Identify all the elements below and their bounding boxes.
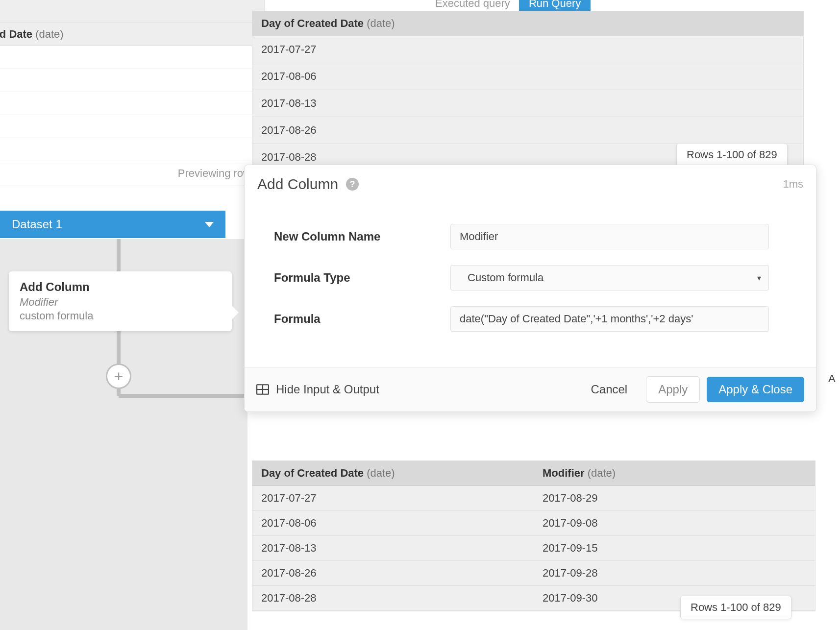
chevron-down-icon: [205, 222, 214, 227]
preview-rows-label: Previewing rows: [0, 161, 264, 186]
output-column-name: Day of Created Date: [261, 467, 364, 479]
cell: 2017-08-28: [252, 586, 534, 610]
modal-title: Add Column: [257, 176, 338, 193]
pipeline-node-detail: custom formula: [20, 310, 221, 322]
output-column-type: (date): [367, 467, 395, 479]
cell: 2017-08-26: [252, 561, 534, 585]
table-row: 2017-07-27: [0, 46, 264, 69]
left-output-table: Query Output Day of Created Date (date) …: [0, 0, 265, 186]
table-row: 2017-08-26: [0, 115, 264, 138]
formula-input[interactable]: [450, 306, 769, 332]
formula-type-label: Formula Type: [274, 271, 450, 285]
modal-header: Add Column ? 1ms: [245, 165, 816, 203]
hide-io-label: Hide Input & Output: [276, 383, 379, 396]
svg-rect-1: [257, 385, 262, 389]
modal-body: New Column Name Formula Type Custom form…: [245, 203, 816, 367]
pipeline-canvas: Add Column Modifier custom formula +: [0, 239, 247, 630]
dataset-tab[interactable]: Dataset 1: [0, 211, 225, 238]
pipeline-node-title: Add Column: [20, 280, 221, 294]
output-column-header[interactable]: Day of Created Date (date): [252, 461, 534, 485]
left-output-title: Query Output: [0, 0, 264, 23]
input-column-header[interactable]: Day of Created Date (date): [252, 11, 803, 36]
cancel-button[interactable]: Cancel: [579, 377, 639, 402]
table-row: 2017-08-06 2017-09-08: [252, 511, 815, 536]
apply-close-button[interactable]: Apply & Close: [707, 377, 804, 402]
svg-rect-2: [263, 385, 268, 389]
table-row: 2017-08-06: [0, 69, 264, 92]
pipeline-node-subtitle: Modifier: [20, 296, 221, 309]
formula-label: Formula: [274, 312, 450, 326]
cell: 2017-08-13: [252, 536, 534, 560]
table-row: 2017-08-06: [252, 63, 803, 90]
cell: 2017-09-15: [534, 536, 815, 560]
table-row: 2017-08-26: [252, 117, 803, 144]
input-column-name: Day of Created Date: [261, 17, 364, 29]
table-row: 2017-08-13: [252, 90, 803, 117]
cell: 2017-08-06: [252, 511, 534, 535]
table-row: 2017-08-28: [0, 138, 264, 161]
cell: 2017-08-29: [534, 486, 815, 510]
rows-count-badge: Rows 1-100 of 829: [680, 596, 791, 619]
modal-timing: 1ms: [783, 178, 803, 191]
peek-letter: A: [828, 372, 836, 385]
table-icon: [256, 384, 269, 395]
pipeline-node-add-column[interactable]: Add Column Modifier custom formula: [9, 271, 232, 331]
plus-icon: +: [114, 367, 124, 386]
left-column-name: Day of Created Date: [0, 28, 32, 40]
cell: 2017-07-27: [252, 486, 534, 510]
cell: 2017-09-08: [534, 511, 815, 535]
left-column-header[interactable]: Day of Created Date (date): [0, 23, 264, 46]
add-step-button[interactable]: +: [106, 363, 131, 389]
rows-count-badge: Rows 1-100 of 829: [676, 143, 788, 167]
input-column-type: (date): [367, 17, 395, 29]
formula-type-select[interactable]: Custom formula: [450, 265, 769, 291]
table-row: 2017-07-27 2017-08-29: [252, 486, 815, 511]
modal-footer: Hide Input & Output Cancel Apply Apply &…: [245, 367, 816, 412]
help-icon[interactable]: ?: [346, 178, 359, 191]
hide-io-toggle[interactable]: Hide Input & Output: [256, 383, 379, 396]
svg-rect-4: [263, 390, 268, 394]
output-column-name: Modifier: [543, 467, 585, 479]
add-column-modal: Add Column ? 1ms New Column Name Formula…: [244, 165, 816, 412]
output-column-header[interactable]: Modifier (date): [534, 461, 815, 485]
new-column-name-input[interactable]: [450, 224, 769, 249]
table-row: 2017-08-13: [0, 92, 264, 115]
output-preview-table: Day of Created Date (date) Modifier (dat…: [252, 460, 815, 611]
output-column-type: (date): [588, 467, 616, 479]
table-row: 2017-08-13 2017-09-15: [252, 536, 815, 561]
svg-rect-3: [257, 390, 262, 394]
cell: 2017-09-28: [534, 561, 815, 585]
new-column-name-label: New Column Name: [274, 230, 450, 243]
pipeline-connector: [119, 394, 266, 398]
table-row: 2017-07-27: [252, 36, 803, 63]
dataset-tab-label: Dataset 1: [12, 218, 62, 231]
apply-button[interactable]: Apply: [646, 376, 700, 403]
left-column-type: (date): [35, 28, 63, 40]
table-row: 2017-08-26 2017-09-28: [252, 561, 815, 586]
